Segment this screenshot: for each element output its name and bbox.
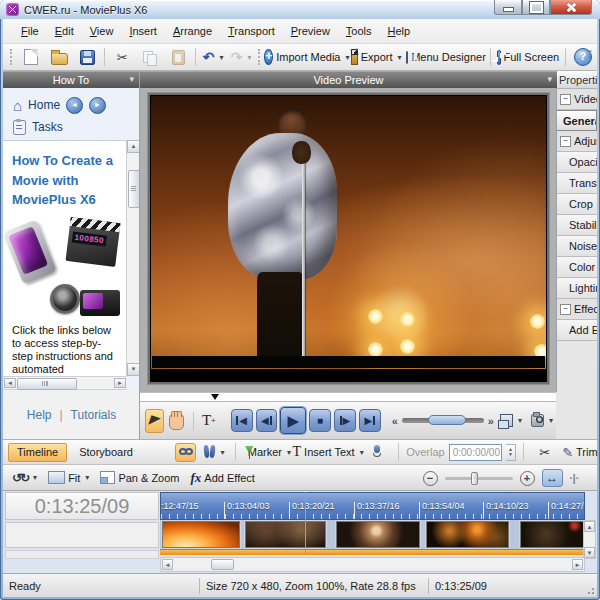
undo-button[interactable]: ↶ xyxy=(199,46,227,68)
scroll-right-icon[interactable]: ► xyxy=(572,559,583,570)
toolbar-overflow-chevron[interactable]: ⌄⌄ xyxy=(586,47,595,59)
preview-scrub-strip[interactable] xyxy=(140,392,556,401)
titlebar[interactable]: CWER.ru - MoviePlus X6 xyxy=(0,0,600,19)
timeline-clip-dark-crowd[interactable] xyxy=(520,521,585,548)
menu-file[interactable]: File xyxy=(13,22,47,40)
timeline-clip-singer[interactable] xyxy=(336,521,420,548)
zoom-slider[interactable] xyxy=(445,477,513,480)
nav-forward-button[interactable]: ► xyxy=(89,97,106,114)
menu-preview[interactable]: Preview xyxy=(283,22,338,40)
nav-back-button[interactable]: ◄ xyxy=(66,97,83,114)
marker-button[interactable]: Marker xyxy=(243,441,293,463)
menu-designer-button[interactable]: Menu Designer xyxy=(405,46,488,68)
link-clips-button[interactable] xyxy=(175,443,196,462)
scroll-right-icon[interactable]: ► xyxy=(114,378,126,388)
help-link[interactable]: Help xyxy=(27,408,52,422)
cut-button[interactable]: ✂ xyxy=(108,46,136,68)
overlap-spinner[interactable]: ▲▼ xyxy=(506,444,516,461)
export-button[interactable]: Export xyxy=(348,46,404,68)
timeline-ruler[interactable]: 0:12:47/15 0:13:04/03 0:13:20/21 0:13:37… xyxy=(160,492,585,520)
menu-transport[interactable]: Transport xyxy=(220,22,283,40)
add-effect-button[interactable]: fx Add Effect xyxy=(188,467,258,489)
snapshot-button[interactable] xyxy=(528,410,556,432)
full-screen-button[interactable]: Full Screen xyxy=(494,46,562,68)
timeline-horizontal-scrollbar[interactable]: ◄ ► xyxy=(160,557,585,572)
timeline-clip-pyro[interactable] xyxy=(162,521,240,548)
menu-view[interactable]: View xyxy=(82,22,122,40)
scroll-down-icon[interactable]: ▼ xyxy=(127,363,140,376)
menu-arrange[interactable]: Arrange xyxy=(165,22,220,40)
zoom-to-cursor-icon[interactable]: ·|· xyxy=(570,473,579,484)
pan-tool[interactable] xyxy=(167,409,186,433)
text-tool[interactable]: T+ xyxy=(199,409,218,433)
collapse-icon[interactable]: − xyxy=(560,94,571,105)
split-clip-button[interactable]: ✂ xyxy=(531,441,559,463)
save-button[interactable] xyxy=(73,46,101,68)
scroll-up-icon[interactable]: ▲ xyxy=(584,521,595,532)
video-preview-header[interactable]: Video Preview ▾ xyxy=(140,71,557,88)
properties-section-adjustments[interactable]: −Adjustments xyxy=(557,131,597,152)
scrubber-track[interactable] xyxy=(402,418,484,423)
home-link[interactable]: Home xyxy=(28,98,60,112)
scroll-left-icon[interactable]: ◄ xyxy=(162,559,173,570)
collapse-icon[interactable]: − xyxy=(560,136,571,147)
previous-frame-button[interactable]: ◀ xyxy=(256,409,278,432)
pan-zoom-button[interactable]: Pan & Zoom xyxy=(97,467,182,489)
tab-timeline[interactable]: Timeline xyxy=(8,443,67,462)
timeline-vertical-scrollbar[interactable]: ▲ ▼ xyxy=(583,520,596,559)
track-header[interactable] xyxy=(5,522,159,548)
scrollbar-thumb[interactable] xyxy=(17,378,77,390)
new-button[interactable] xyxy=(17,46,45,68)
timeline-clip-stage[interactable] xyxy=(245,521,326,548)
maximize-button[interactable] xyxy=(522,0,550,15)
properties-item-opacity[interactable]: Opacity xyxy=(557,152,597,173)
properties-item-color[interactable]: Color xyxy=(557,257,597,278)
envelope-button[interactable] xyxy=(200,441,228,463)
properties-item-transform[interactable]: Transform xyxy=(557,173,597,194)
tutorials-link[interactable]: Tutorials xyxy=(71,408,117,422)
collapse-icon[interactable]: − xyxy=(560,304,571,315)
scroll-up-icon[interactable]: ▲ xyxy=(127,140,140,153)
playhead[interactable] xyxy=(305,492,306,555)
properties-item-lighting[interactable]: Lighting xyxy=(557,278,597,299)
menu-tools[interactable]: Tools xyxy=(338,22,380,40)
rotate-button[interactable]: ↺↻ xyxy=(9,467,40,489)
panel-menu-chevron-icon[interactable]: ▾ xyxy=(129,74,134,84)
properties-item-crop[interactable]: Crop xyxy=(557,194,597,215)
timeline-clip-crowd-lights[interactable] xyxy=(426,521,509,548)
zoom-out-button[interactable]: − xyxy=(423,471,438,486)
select-tool[interactable]: ◤ xyxy=(145,409,164,433)
properties-item-add-effect[interactable]: Add Effect... xyxy=(557,320,597,341)
close-button[interactable] xyxy=(550,0,592,15)
scrubber-thumb[interactable] xyxy=(428,415,466,425)
scrollbar-thumb[interactable] xyxy=(128,170,140,208)
trim-button[interactable]: ✎ Trim xyxy=(563,441,597,463)
redo-button[interactable]: ↷ xyxy=(227,46,255,68)
paste-button[interactable] xyxy=(164,46,192,68)
go-to-end-button[interactable]: ▶ xyxy=(359,409,381,432)
play-button[interactable]: ▶ xyxy=(280,407,306,434)
scrub-forward-icon[interactable]: » xyxy=(488,415,494,427)
scrollbar-thumb[interactable] xyxy=(211,559,234,570)
stop-button[interactable]: ■ xyxy=(309,409,331,432)
resize-grip[interactable] xyxy=(585,585,594,594)
go-to-start-button[interactable]: ◀ xyxy=(231,409,253,432)
menu-insert[interactable]: Insert xyxy=(121,22,165,40)
import-media-button[interactable]: + Import Media xyxy=(266,46,349,68)
properties-item-stabilize[interactable]: Stabilize xyxy=(557,215,597,236)
scrub-back-icon[interactable]: « xyxy=(392,415,398,427)
properties-item-general[interactable]: General xyxy=(557,110,597,131)
panel-menu-chevron-icon[interactable]: ▾ xyxy=(547,74,552,84)
tasks-link[interactable]: Tasks xyxy=(32,120,63,134)
next-frame-button[interactable]: ▶ xyxy=(334,409,356,432)
zoom-slider-thumb[interactable] xyxy=(471,472,478,485)
howto-panel-header[interactable]: How To ▾ xyxy=(3,71,139,88)
menu-help[interactable]: Help xyxy=(380,22,419,40)
howto-vertical-scrollbar[interactable]: ▲ ▼ xyxy=(126,140,139,376)
scroll-left-icon[interactable]: ◄ xyxy=(4,378,16,388)
fit-timeline-button[interactable]: ↔ xyxy=(542,469,563,487)
howto-horizontal-scrollbar[interactable]: ◄ ► xyxy=(3,376,127,390)
properties-section-effects[interactable]: −Effects xyxy=(557,299,597,320)
insert-text-button[interactable]: T Insert Text xyxy=(297,441,360,463)
zoom-in-button[interactable]: + xyxy=(520,471,535,486)
